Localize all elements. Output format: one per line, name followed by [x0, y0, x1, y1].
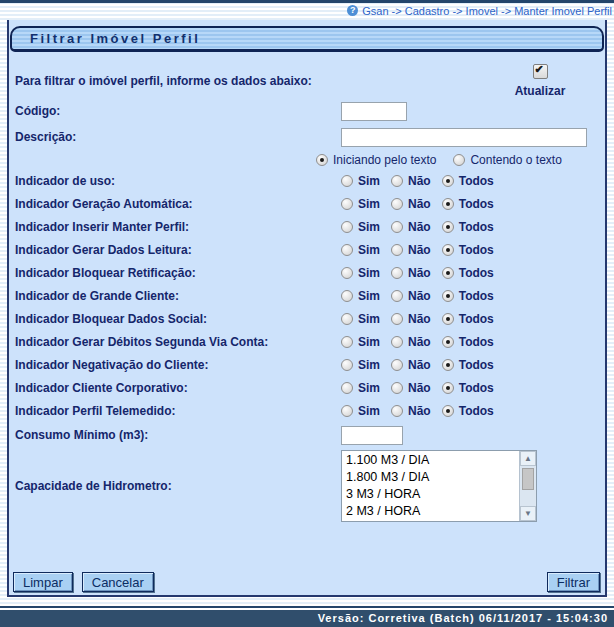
listbox-scrollbar[interactable]: ▲ ▼ [519, 451, 536, 521]
nao-radio[interactable] [391, 198, 403, 210]
nao-radio-label: Não [408, 197, 431, 211]
todos-radio[interactable] [442, 336, 454, 348]
sim-radio[interactable] [341, 290, 353, 302]
list-item-3-m3-hora[interactable]: 3 M3 / HORA [342, 486, 519, 503]
sim-radio-label: Sim [358, 358, 380, 372]
nao-radio[interactable] [391, 313, 403, 325]
sim-radio[interactable] [341, 221, 353, 233]
filter-form: Para filtrar o imóvel perfil, informe os… [9, 60, 605, 522]
todos-radio[interactable] [442, 405, 454, 417]
nao-radio[interactable] [391, 244, 403, 256]
todos-radio[interactable] [442, 382, 454, 394]
radio-option-iniciando-pelo-texto: Iniciando pelo texto [316, 153, 436, 167]
indicator-row: Indicador Inserir Manter Perfil: SimNãoT… [15, 215, 597, 238]
sim-radio[interactable] [341, 313, 353, 325]
sim-radio-label: Sim [358, 289, 380, 303]
indicator-label-indicador-de-grande-cliente: Indicador de Grande Cliente: [15, 289, 341, 303]
todos-radio[interactable] [442, 221, 454, 233]
indicator-options: SimNãoTodos [341, 266, 505, 280]
nao-radio-label: Não [408, 174, 431, 188]
nao-radio[interactable] [391, 336, 403, 348]
contendo-o-texto-radio-label: Contendo o texto [470, 153, 561, 167]
button-row: Limpar Cancelar Filtrar [13, 572, 600, 592]
sim-radio[interactable] [341, 198, 353, 210]
indicator-options: SimNãoTodos [341, 312, 505, 326]
iniciando-pelo-texto-radio[interactable] [316, 154, 328, 166]
sim-radio[interactable] [341, 336, 353, 348]
todos-radio-label: Todos [459, 335, 494, 349]
breadcrumb-text[interactable]: Gsan -> Cadastro -> Imovel -> Manter Imo… [362, 5, 612, 17]
list-item-1-100-m3-dia[interactable]: 1.100 M3 / DIA [342, 452, 519, 469]
nao-radio[interactable] [391, 405, 403, 417]
sim-radio-label: Sim [358, 266, 380, 280]
scroll-down-icon[interactable]: ▼ [520, 506, 536, 521]
list-item-1-800-m3-dia[interactable]: 1.800 M3 / DIA [342, 469, 519, 486]
indicator-row: Indicador Gerar Dados Leitura: SimNãoTod… [15, 238, 597, 261]
todos-radio[interactable] [442, 244, 454, 256]
indicator-options: SimNãoTodos [341, 197, 505, 211]
sim-radio[interactable] [341, 382, 353, 394]
todos-radio-label: Todos [459, 404, 494, 418]
radio-option-todos: Todos [442, 220, 494, 234]
cancelar-button[interactable]: Cancelar [82, 572, 154, 592]
indicator-row: Indicador Cliente Corporativo: SimNãoTod… [15, 376, 597, 399]
descricao-input[interactable] [341, 128, 587, 147]
radio-option-nao: Não [391, 404, 431, 418]
filtrar-button[interactable]: Filtrar [547, 572, 600, 592]
sim-radio[interactable] [341, 175, 353, 187]
consumo-minimo-input[interactable] [341, 426, 403, 445]
nao-radio[interactable] [391, 359, 403, 371]
sim-radio-label: Sim [358, 381, 380, 395]
nao-radio[interactable] [391, 267, 403, 279]
atualizar-box: Atualizar [497, 60, 583, 98]
sim-radio[interactable] [341, 405, 353, 417]
indicator-rows: Indicador de uso: SimNãoTodos Indicador … [15, 169, 597, 422]
nao-radio-label: Não [408, 220, 431, 234]
nao-radio-label: Não [408, 289, 431, 303]
sim-radio[interactable] [341, 267, 353, 279]
radio-option-nao: Não [391, 197, 431, 211]
radio-option-todos: Todos [442, 381, 494, 395]
contendo-o-texto-radio[interactable] [453, 154, 465, 166]
todos-radio[interactable] [442, 175, 454, 187]
radio-option-nao: Não [391, 381, 431, 395]
todos-radio[interactable] [442, 359, 454, 371]
atualizar-checkbox[interactable] [533, 64, 548, 79]
sim-radio-label: Sim [358, 312, 380, 326]
todos-radio-label: Todos [459, 381, 494, 395]
nao-radio[interactable] [391, 175, 403, 187]
codigo-input[interactable] [341, 102, 407, 121]
todos-radio[interactable] [442, 313, 454, 325]
help-icon[interactable]: ? [347, 5, 358, 16]
indicator-label-indicador-bloquear-retificacao: Indicador Bloquear Retificação: [15, 266, 341, 280]
sim-radio[interactable] [341, 244, 353, 256]
todos-radio[interactable] [442, 290, 454, 302]
limpar-button[interactable]: Limpar [13, 572, 73, 592]
sim-radio[interactable] [341, 359, 353, 371]
todos-radio[interactable] [442, 198, 454, 210]
scroll-up-icon[interactable]: ▲ [520, 451, 536, 466]
scrollbar-track[interactable] [520, 492, 536, 506]
sim-radio-label: Sim [358, 174, 380, 188]
todos-radio-label: Todos [459, 220, 494, 234]
indicator-label-indicador-gerar-debitos-segunda-via-conta: Indicador Gerar Débitos Segunda Via Cont… [15, 335, 341, 349]
text-mode-row: Iniciando pelo textoContendo o texto [316, 150, 597, 169]
nao-radio[interactable] [391, 290, 403, 302]
radio-option-sim: Sim [341, 197, 380, 211]
page: ? Gsan -> Cadastro -> Imovel -> Manter I… [0, 0, 614, 627]
nao-radio[interactable] [391, 221, 403, 233]
list-item-2-m3-hora[interactable]: 2 M3 / HORA [342, 503, 519, 520]
capacidade-label: Capacidade de Hidrometro: [15, 479, 341, 493]
scrollbar-thumb[interactable] [522, 468, 534, 490]
todos-radio-label: Todos [459, 266, 494, 280]
radio-option-sim: Sim [341, 174, 380, 188]
nao-radio[interactable] [391, 382, 403, 394]
indicator-options: SimNãoTodos [341, 243, 505, 257]
capacidade-listbox[interactable]: 1.100 M3 / DIA1.800 M3 / DIA3 M3 / HORA2… [341, 450, 537, 522]
radio-option-todos: Todos [442, 289, 494, 303]
nao-radio-label: Não [408, 266, 431, 280]
todos-radio[interactable] [442, 267, 454, 279]
todos-radio-label: Todos [459, 289, 494, 303]
indicator-label-indicador-inserir-manter-perfil: Indicador Inserir Manter Perfil: [15, 220, 341, 234]
radio-option-nao: Não [391, 312, 431, 326]
